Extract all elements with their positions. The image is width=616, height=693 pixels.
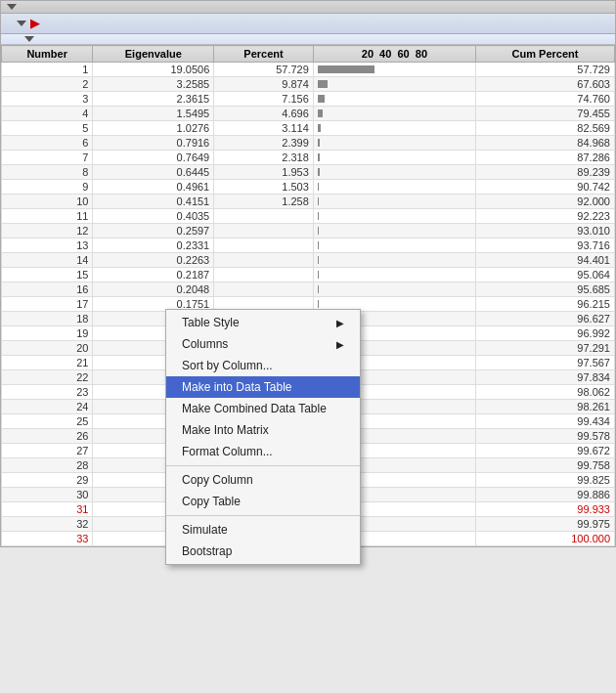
cell-number: 25	[2, 414, 93, 429]
multivariate-header[interactable]	[1, 1, 615, 14]
menu-item[interactable]: Make Combined Data Table	[166, 398, 360, 419]
table-row: 16 0.2048 95.685	[2, 282, 615, 297]
menu-item[interactable]: Make into Data Table	[166, 376, 360, 398]
menu-item[interactable]: Copy Column	[166, 469, 360, 491]
cell-cum: 89.239	[476, 165, 615, 180]
cell-number: 6	[2, 136, 93, 151]
menu-item-label: Bootstrap	[182, 544, 232, 558]
cell-percent	[214, 224, 314, 238]
table-row: 6 0.7916 2.399 84.968	[2, 136, 615, 151]
cell-cum: 87.286	[476, 151, 615, 165]
cell-number: 21	[2, 356, 93, 370]
table-row: 2 3.2585 9.874 67.603	[2, 77, 615, 92]
cell-bar	[313, 180, 475, 195]
cell-number: 16	[2, 282, 93, 297]
menu-item-label: Sort by Column...	[182, 359, 273, 372]
menu-item[interactable]: Format Column...	[166, 441, 360, 462]
cell-percent: 4.696	[214, 107, 314, 121]
cell-cum: 97.291	[476, 341, 615, 356]
cell-number: 9	[2, 180, 93, 195]
cell-number: 30	[2, 488, 93, 502]
cell-cum: 93.716	[476, 238, 615, 253]
menu-item[interactable]: Sort by Column...	[166, 355, 360, 376]
cell-eigenvalue: 0.2597	[93, 224, 214, 238]
cell-percent: 1.503	[214, 180, 314, 195]
menu-item[interactable]: Columns▶	[166, 333, 360, 355]
cell-bar	[313, 165, 475, 180]
menu-item[interactable]: Copy Table	[166, 491, 360, 512]
menu-item-label: Table Style	[182, 316, 240, 329]
cell-cum: 99.672	[476, 444, 615, 458]
cell-bar	[313, 195, 475, 209]
cell-cum: 95.064	[476, 268, 615, 282]
cell-bar	[313, 268, 475, 282]
table-row: 5 1.0276 3.114 82.569	[2, 121, 615, 136]
cell-number: 13	[2, 238, 93, 253]
menu-item-label: Make into Data Table	[182, 380, 292, 394]
table-row: 14 0.2263 94.401	[2, 253, 615, 268]
cell-cum: 98.062	[476, 385, 615, 400]
cell-bar	[313, 253, 475, 268]
cell-cum: 96.215	[476, 297, 615, 312]
cell-eigenvalue: 0.7649	[93, 151, 214, 165]
menu-separator	[166, 465, 360, 466]
menu-item[interactable]: Simulate	[166, 519, 360, 541]
cell-bar	[313, 238, 475, 253]
cell-number: 33	[2, 532, 93, 546]
cell-number: 5	[2, 121, 93, 136]
cell-number: 24	[2, 400, 93, 414]
cell-percent: 3.114	[214, 121, 314, 136]
context-menu: Table Style▶Columns▶Sort by Column...Mak…	[165, 309, 361, 565]
cell-number: 10	[2, 195, 93, 209]
cell-eigenvalue: 1.5495	[93, 107, 214, 121]
table-row: 12 0.2597 93.010	[2, 224, 615, 238]
cell-number: 17	[2, 297, 93, 312]
cell-number: 28	[2, 458, 93, 473]
cell-cum: 99.886	[476, 488, 615, 502]
cell-cum: 99.975	[476, 517, 615, 532]
menu-item-label: Columns	[182, 337, 228, 351]
cell-percent: 57.729	[214, 63, 314, 77]
cell-bar	[313, 151, 475, 165]
cell-cum: 98.261	[476, 400, 615, 414]
cell-cum: 96.992	[476, 326, 615, 341]
cell-number: 4	[2, 107, 93, 121]
cell-cum: 67.603	[476, 77, 615, 92]
cell-number: 26	[2, 429, 93, 444]
cell-percent: 1.953	[214, 165, 314, 180]
menu-item[interactable]: Bootstrap	[166, 541, 360, 562]
table-row: 4 1.5495 4.696 79.455	[2, 107, 615, 121]
cell-eigenvalue: 0.7916	[93, 136, 214, 151]
section-collapse-icon	[24, 36, 34, 42]
menu-item-label: Copy Column	[182, 473, 253, 487]
cell-number: 7	[2, 151, 93, 165]
cell-bar	[313, 107, 475, 121]
cell-eigenvalue: 3.2585	[93, 77, 214, 92]
header-bar: 20 40 60 80	[313, 46, 475, 63]
cell-bar	[313, 63, 475, 77]
menu-item[interactable]: Table Style▶	[166, 312, 360, 333]
menu-item[interactable]: Make Into Matrix	[166, 419, 360, 441]
cell-cum: 79.455	[476, 107, 615, 121]
cell-cum: 92.000	[476, 195, 615, 209]
cell-number: 19	[2, 326, 93, 341]
cell-bar	[313, 209, 475, 224]
cell-bar	[313, 136, 475, 151]
table-row: 8 0.6445 1.953 89.239	[2, 165, 615, 180]
cell-cum: 94.401	[476, 253, 615, 268]
cell-bar	[313, 92, 475, 107]
pca-header[interactable]: ▶	[1, 14, 615, 34]
cell-eigenvalue: 19.0506	[93, 63, 214, 77]
header-number: Number	[2, 46, 93, 63]
cell-cum: 93.010	[476, 224, 615, 238]
cell-number: 11	[2, 209, 93, 224]
cell-bar	[313, 224, 475, 238]
cell-percent: 9.874	[214, 77, 314, 92]
cell-eigenvalue: 1.0276	[93, 121, 214, 136]
cell-eigenvalue: 0.4961	[93, 180, 214, 195]
cell-cum: 97.834	[476, 370, 615, 385]
cell-eigenvalue: 0.2331	[93, 238, 214, 253]
cell-cum: 100.000	[476, 532, 615, 546]
menu-item-label: Format Column...	[182, 445, 273, 458]
section-header[interactable]	[1, 34, 615, 45]
